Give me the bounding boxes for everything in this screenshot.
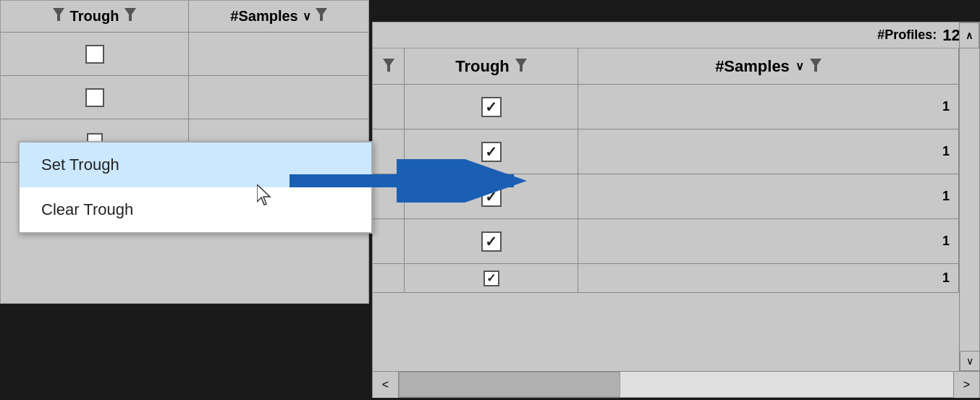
table-row [1,76,368,119]
right-trough-header: Trough [405,48,578,84]
samples-value: 1 [942,189,950,204]
table-row: ✓ 1 [373,85,959,129]
right-cell-samples: 1 [578,219,959,263]
samples-value: 1 [942,271,950,286]
scroll-left-icon: < [382,378,389,391]
scroll-right-button[interactable]: > [953,372,979,398]
left-samples-filter-icon[interactable] [316,8,327,25]
context-menu: Set Trough Clear Trough [18,141,373,234]
right-trough-filter-icon[interactable] [515,57,527,76]
right-cell-trough: ✓ [405,85,578,129]
scroll-down-button[interactable]: ∨ [960,351,980,371]
right-table-header: Trough #Samples ∨ [373,48,959,85]
right-table-panel: #Profiles: 127 ∧ Trough #Samples ∨ [372,22,980,398]
scroll-thumb[interactable] [399,372,620,397]
clear-trough-label: Clear Trough [41,200,133,218]
profiles-label: #Profiles: [877,27,937,43]
right-cell-samples: 1 [578,264,959,292]
right-cell-trough: ✓ [405,129,578,174]
samples-value: 1 [942,234,950,249]
checkbox-checked[interactable]: ✓ [481,187,502,207]
set-trough-label: Set Trough [41,156,119,174]
right-cell-left [373,129,405,174]
right-trough-label: Trough [455,57,510,76]
set-trough-menu-item[interactable]: Set Trough [20,142,371,187]
right-cell-left [373,174,405,218]
scroll-right-icon: > [963,378,970,391]
left-samples-header: #Samples ∨ [189,1,368,32]
checkbox-checked[interactable]: ✓ [481,97,502,117]
profiles-bar: #Profiles: 127 ∧ [373,22,979,48]
checkmark-icon: ✓ [485,188,497,205]
table-row [1,33,368,76]
checkmark-icon: ✓ [485,143,497,161]
svg-marker-6 [383,59,394,72]
left-filter-icon[interactable] [53,8,64,25]
right-table-body: ✓ 1 ✓ 1 ✓ [373,85,959,293]
table-row: ✓ 1 [373,129,959,174]
right-cell-samples: 1 [578,174,959,218]
svg-marker-1 [124,8,136,21]
left-trough-label: Trough [70,8,119,25]
right-samples-label: #Samples [715,57,790,76]
right-cell-trough: ✓ [405,174,578,218]
right-filter-left-icon[interactable] [383,59,394,75]
scroll-left-button[interactable]: < [373,372,399,398]
right-cell-trough: ✓ [405,219,578,263]
left-samples-label: #Samples [230,8,297,25]
left-trough-header: Trough [1,1,189,32]
right-cell-samples: 1 [578,129,959,174]
right-cell-left [373,219,405,263]
svg-marker-7 [515,59,527,72]
right-cell-samples: 1 [578,85,959,129]
checkbox-checked[interactable]: ✓ [483,271,499,286]
right-samples-sort-icon[interactable]: ∨ [795,59,804,73]
table-row: ✓ 1 [373,174,959,219]
left-cell-samples [189,33,368,75]
right-scrollbar: ∨ [959,48,979,371]
svg-marker-2 [316,8,327,21]
checkmark-icon: ✓ [485,98,497,116]
checkmark-icon: ✓ [485,233,497,250]
samples-value: 1 [942,99,950,114]
clear-trough-menu-item[interactable]: Clear Trough [20,187,371,232]
scroll-up-icon: ∧ [966,30,973,41]
checkbox-empty[interactable] [85,45,104,64]
scroll-track [399,372,953,397]
right-filter-left [373,48,405,84]
left-cell-samples [189,76,368,119]
samples-value: 1 [942,144,950,159]
left-cell-trough [1,76,189,119]
scroll-up-button[interactable]: ∧ [959,22,979,48]
checkmark-icon: ✓ [486,271,496,285]
checkbox-empty[interactable] [85,88,104,107]
left-table-header: Trough #Samples ∨ [1,1,368,33]
left-cell-trough [1,33,189,75]
right-cell-trough: ✓ [405,264,578,292]
table-row: ✓ 1 [373,264,959,293]
right-samples-header: #Samples ∨ [578,48,959,84]
svg-marker-0 [53,8,64,21]
scroll-down-icon: ∨ [966,355,973,367]
table-row: ✓ 1 [373,219,959,264]
left-trough-filter-icon[interactable] [124,8,136,25]
right-cell-left [373,264,405,292]
bottom-scrollbar: < > [373,371,979,397]
svg-marker-8 [810,59,821,72]
checkbox-checked[interactable]: ✓ [481,231,502,252]
left-samples-sort-icon[interactable]: ∨ [303,9,311,23]
checkbox-checked[interactable]: ✓ [481,142,502,162]
right-samples-filter-icon[interactable] [810,57,821,76]
right-cell-left [373,85,405,129]
